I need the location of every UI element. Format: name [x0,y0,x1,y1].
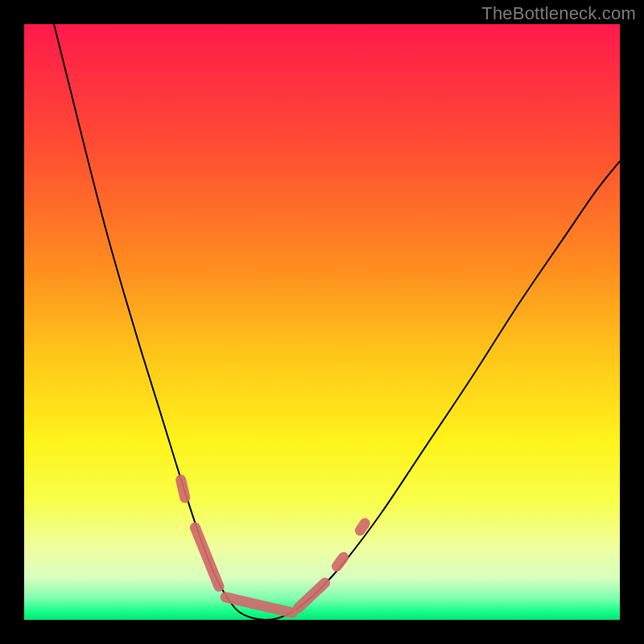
plot-area [24,24,620,620]
watermark-text: TheBottleneck.com [481,3,636,24]
chart-background [24,24,620,620]
bottleneck-chart [24,24,620,620]
chart-frame: TheBottleneck.com [0,0,644,644]
